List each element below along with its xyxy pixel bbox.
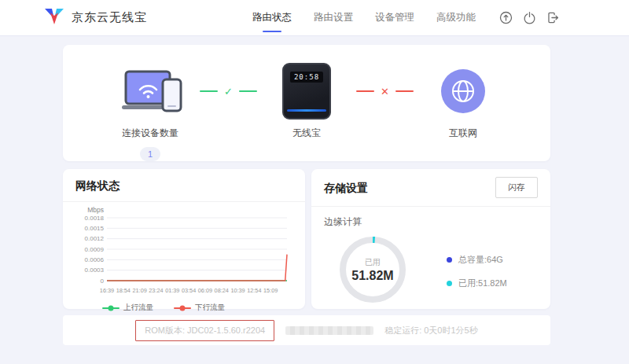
edge-computing-label: 边缘计算: [324, 215, 538, 229]
power-icon[interactable]: [523, 11, 536, 24]
svg-text:已用: 已用: [365, 258, 381, 267]
cross-icon: ✕: [381, 86, 389, 97]
brand: 京东云无线宝: [44, 8, 147, 28]
svg-text:10:39: 10:39: [230, 287, 245, 294]
svg-text:51.82M: 51.82M: [351, 269, 393, 282]
legend-upstream[interactable]: 上行流量: [102, 303, 153, 313]
header: 京东云无线宝 路由状态 路由设置 设备管理 高级功能: [0, 0, 629, 36]
devices-count-badge: 1: [140, 147, 160, 161]
svg-text:0.0018: 0.0018: [85, 215, 105, 222]
header-icons: [499, 11, 560, 24]
footer-status-bar: ROM版本: JDC02-1.5.60.r2204 稳定运行: 0天0时1分5秒: [63, 315, 550, 345]
legend-dot-icon: [447, 257, 452, 263]
storage-legend: 总容量:64G 已用:51.82M: [447, 254, 507, 289]
legend-downstream[interactable]: 下行流量: [174, 303, 225, 313]
router-led-strip: [287, 109, 326, 112]
upgrade-icon[interactable]: [499, 11, 513, 24]
svg-text:03:54: 03:54: [182, 287, 196, 294]
network-status-card: 网络状态 00.00030.00060.00090.00120.00150.00…: [63, 169, 305, 309]
svg-text:15:09: 15:09: [263, 287, 278, 294]
lan-link-connected: ✓: [200, 57, 257, 125]
network-card-title: 网络状态: [75, 179, 120, 193]
uptime-text: 稳定运行: 0天0时1分5秒: [384, 325, 478, 336]
router-label: 无线宝: [257, 127, 356, 140]
legend-total-capacity: 总容量:64G: [447, 254, 507, 266]
devices-label: 连接设备数量: [101, 127, 200, 140]
nav-device-manage[interactable]: 设备管理: [373, 6, 416, 29]
main-nav: 路由状态 路由设置 设备管理 高级功能: [251, 6, 477, 29]
divider: [63, 201, 305, 202]
network-chart: 00.00030.00060.00090.00120.00150.0018Mbp…: [75, 205, 292, 300]
svg-text:16:39: 16:39: [100, 287, 114, 294]
internet-node: 互联网: [414, 57, 513, 140]
svg-text:23:24: 23:24: [149, 287, 163, 294]
storage-donut-chart: 已用51.82M: [335, 232, 410, 307]
legend-line-dot-icon: [102, 307, 120, 309]
logout-icon[interactable]: [546, 11, 560, 24]
storage-settings-card: 存储设置 闪存 边缘计算 已用51.82M 总容量:64G 已用:51.82M: [311, 169, 550, 309]
topology-card: 连接设备数量 1 ✓ 20:58 无线宝 ✕: [63, 45, 550, 161]
svg-text:18:54: 18:54: [116, 287, 131, 294]
nav-router-status[interactable]: 路由状态: [251, 6, 293, 29]
wan-link-disconnected: ✕: [356, 57, 414, 125]
link-line: [356, 90, 374, 92]
check-icon: ✓: [224, 86, 233, 97]
svg-text:08:24: 08:24: [215, 287, 229, 294]
nav-advanced[interactable]: 高级功能: [435, 6, 477, 29]
svg-text:12:54: 12:54: [247, 287, 261, 294]
link-line: [239, 90, 257, 92]
devices-icon: [101, 57, 200, 125]
router-device-icon: 20:58: [282, 63, 331, 119]
svg-text:01:39: 01:39: [165, 287, 179, 294]
router-node: 20:58 无线宝: [257, 57, 356, 140]
legend-used: 已用:51.82M: [447, 278, 507, 289]
storage-card-title: 存储设置: [324, 182, 368, 196]
router-clock-display: 20:58: [290, 72, 323, 83]
nav-router-settings[interactable]: 路由设置: [312, 6, 355, 29]
svg-text:0.0012: 0.0012: [85, 235, 105, 242]
svg-text:0: 0: [101, 278, 105, 285]
connected-devices-node: 连接设备数量 1: [101, 57, 200, 161]
link-line: [200, 90, 218, 92]
link-line: [395, 90, 414, 92]
flash-storage-button[interactable]: 闪存: [495, 177, 538, 198]
internet-label: 互联网: [414, 127, 513, 140]
legend-line-dot-icon: [174, 307, 191, 309]
legend-dot-icon: [447, 281, 452, 286]
svg-text:0.0006: 0.0006: [85, 256, 105, 263]
divider: [311, 206, 550, 207]
rom-version-annotated: ROM版本: JDC02-1.5.60.r2204: [135, 320, 274, 341]
svg-text:Mbps: Mbps: [87, 206, 104, 214]
internet-globe-icon: [441, 69, 485, 113]
network-chart-legend: 上行流量 下行流量: [102, 303, 292, 313]
app-title: 京东云无线宝: [72, 10, 147, 25]
svg-text:0.0009: 0.0009: [85, 246, 105, 253]
jdcloud-logo-icon: [44, 8, 64, 28]
redacted-mac-block: [285, 326, 373, 335]
svg-text:06:09: 06:09: [198, 287, 212, 294]
svg-text:0.0015: 0.0015: [85, 225, 105, 232]
svg-text:0.0003: 0.0003: [85, 267, 105, 274]
svg-text:21:09: 21:09: [133, 287, 147, 294]
